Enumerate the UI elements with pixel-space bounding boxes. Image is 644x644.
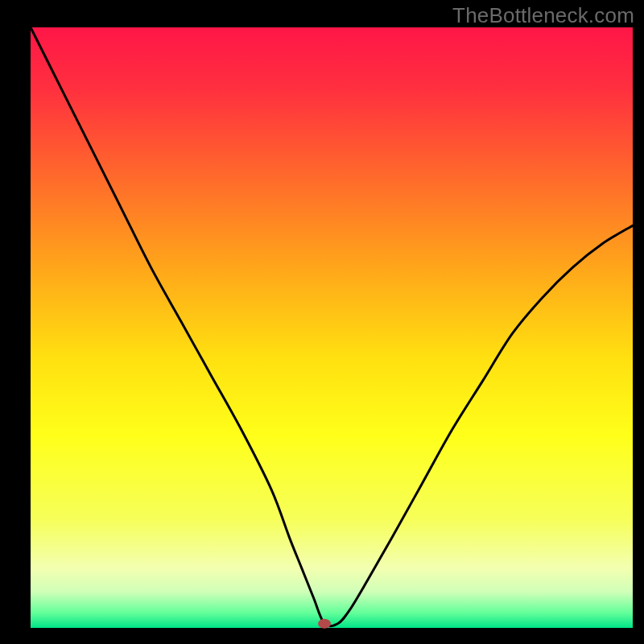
- chart-svg: [0, 0, 644, 644]
- watermark-text: TheBottleneck.com: [452, 3, 634, 28]
- plot-area: [31, 27, 633, 628]
- chart-frame: TheBottleneck.com: [0, 0, 644, 644]
- minimum-marker: [318, 619, 331, 629]
